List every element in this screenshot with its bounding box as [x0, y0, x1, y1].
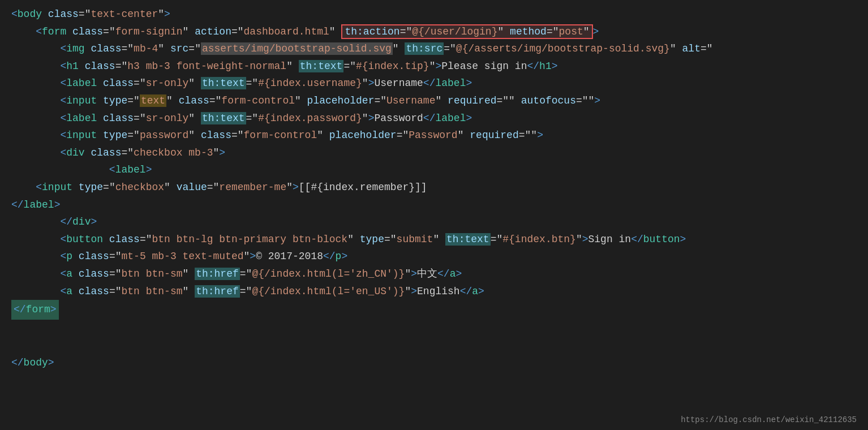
code-line-17: <a class="btn btn-sm" th:href="@{/index.…: [11, 283, 857, 300]
code-line-6: <input type="text" class="form-control" …: [11, 92, 857, 110]
code-line-1: <body class="text-center">: [11, 6, 857, 23]
code-line-14: <button class="btn btn-lg btn-primary bt…: [11, 231, 857, 248]
code-line-12: </label>: [11, 196, 857, 214]
code-line-18: </form>: [11, 300, 857, 320]
code-line-2: <form class="form-signin" action="dashbo…: [11, 23, 857, 41]
code-line-7: <label class="sr-only" th:text="#{index.…: [11, 110, 857, 127]
url-text: https://blog.csdn.net/weixin_42112635: [681, 415, 857, 424]
code-line-9: <div class="checkbox mb-3">: [11, 144, 857, 162]
code-line-13: </div>: [11, 213, 857, 231]
code-line-11: <input type="checkbox" value="remember-m…: [11, 179, 857, 196]
empty-line-2: [11, 337, 857, 354]
code-editor: <body class="text-center"> <form class="…: [0, 0, 868, 377]
code-line-19: </body>: [11, 354, 857, 372]
url-bar: https://blog.csdn.net/weixin_42112635: [681, 415, 857, 424]
code-line-8: <input type="password" class="form-contr…: [11, 127, 857, 144]
code-line-15: <p class="mt-5 mb-3 text-muted">© 2017-2…: [11, 248, 857, 265]
code-line-3: <img class="mb-4" src="asserts/img/boots…: [11, 40, 857, 58]
highlight-form-action: th:action="@{/user/login}" method="post": [341, 24, 592, 39]
code-line-4: <h1 class="h3 mb-3 font-weight-normal" t…: [11, 58, 857, 75]
empty-line: [11, 320, 857, 337]
code-line-10: <label>: [11, 161, 857, 179]
code-line-5: <label class="sr-only" th:text="#{index.…: [11, 75, 857, 92]
code-line-16: <a class="btn btn-sm" th:href="@{/index.…: [11, 265, 857, 283]
